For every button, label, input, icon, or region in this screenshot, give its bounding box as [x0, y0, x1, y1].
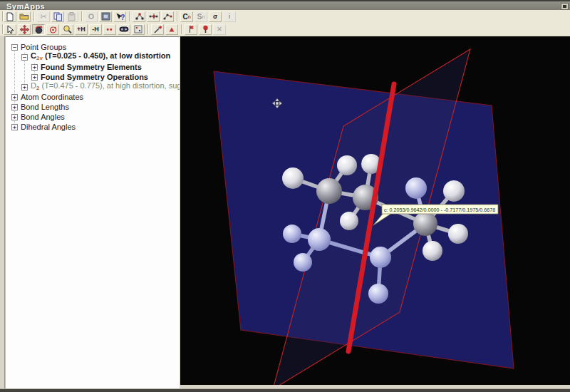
paste-button: [66, 11, 78, 22]
atom-white[interactable]: [448, 224, 468, 244]
tree-item-bond-lengths[interactable]: +Bond Lengths: [6, 102, 180, 112]
tree-item-label: Atom Coordinates: [21, 92, 83, 102]
open-file-button[interactable]: [18, 11, 31, 22]
toolbar-row-standard: ✂?CnSnσi: [0, 10, 570, 24]
pick-element-button[interactable]: [151, 24, 164, 35]
tree-expander-expand[interactable]: +: [11, 124, 18, 130]
tree-expander-expand[interactable]: +: [21, 84, 28, 91]
toolbar-separator: [179, 24, 184, 34]
show-labels-button[interactable]: [132, 24, 145, 35]
atom-lav[interactable]: [370, 247, 391, 268]
tree-expander-expand[interactable]: +: [31, 74, 38, 81]
atom-gray[interactable]: [413, 212, 437, 236]
atom-white[interactable]: [340, 212, 358, 230]
atom-lav[interactable]: [283, 225, 301, 243]
inversion-center-button: i: [223, 11, 236, 22]
tree-item-bond-angles[interactable]: +Bond Angles: [6, 112, 180, 122]
add-hydrogens-button[interactable]: +H: [75, 24, 88, 35]
toolbar-separator: [79, 11, 84, 21]
context-help-button[interactable]: ?: [113, 11, 126, 22]
sigma-plane-button[interactable]: σ: [209, 11, 222, 22]
tree-expander-expand[interactable]: +: [11, 114, 18, 120]
atom-white[interactable]: [423, 241, 442, 261]
window-restore-button[interactable]: [561, 3, 569, 10]
svg-text:?: ?: [120, 13, 125, 21]
tree-item-label: Bond Angles: [21, 112, 65, 122]
tree-expander-expand[interactable]: +: [11, 104, 18, 110]
toolbar-row-view: +H-H••✕: [0, 23, 570, 36]
remove-hydrogens-button[interactable]: -H: [89, 24, 102, 35]
toolbar-grip: [0, 11, 3, 21]
sn-axis-button: Sn: [195, 11, 207, 22]
atom-white[interactable]: [337, 155, 357, 175]
tree-expander-expand[interactable]: +: [11, 94, 18, 100]
main-content: −Point Groups−C2v (T=0.025 - 0.450), at …: [0, 36, 570, 388]
stop-animation-button: ✕: [213, 24, 226, 35]
show-axis-button[interactable]: [165, 24, 178, 35]
show-structure-button[interactable]: [133, 11, 145, 22]
atom-lav[interactable]: [405, 177, 427, 199]
tree-expander-expand[interactable]: +: [31, 64, 38, 71]
copy-button[interactable]: [51, 11, 64, 22]
show-bonds-button[interactable]: ••: [103, 24, 116, 35]
title-bar: SymApps: [0, 0, 570, 10]
results-tree: −Point Groups−C2v (T=0.025 - 0.450), at …: [6, 37, 180, 132]
rotate-3d-button[interactable]: [32, 24, 45, 35]
translate-button[interactable]: [18, 24, 31, 35]
tree-item-atom-coordinates[interactable]: +Atom Coordinates: [6, 92, 180, 102]
measure-dihedral-button[interactable]: [161, 11, 174, 22]
tree-item-c2v[interactable]: −C2v (T=0.025 - 0.450), at low distortio…: [6, 52, 180, 62]
window-left-frame: [0, 36, 5, 388]
toolbar-grip: [0, 24, 3, 34]
tree-item-label: Dihedral Angles: [21, 122, 76, 132]
tree-item-label: Bond Lengths: [21, 102, 69, 112]
tree-item-dihedral-angles[interactable]: +Dihedral Angles: [6, 122, 180, 132]
show-elements-button[interactable]: [185, 24, 197, 35]
export-image-button[interactable]: [99, 11, 112, 22]
cn-axis-button[interactable]: Cn: [180, 11, 193, 22]
toolbar-separator: [31, 11, 36, 21]
results-tree-panel: −Point Groups−C2v (T=0.025 - 0.450), at …: [5, 36, 180, 388]
rotate-z-button[interactable]: [46, 24, 59, 35]
cut-button: ✂: [37, 11, 50, 22]
tree-item-found-symmetry-elements[interactable]: +Found Symmetry Elements: [6, 62, 180, 72]
molecule-3d-viewport[interactable]: c: 0.2053/0.9642/0.0000 - -0.7177/0.1975…: [180, 36, 570, 385]
atom-lav[interactable]: [294, 253, 312, 272]
window-bottom-frame: [0, 388, 570, 392]
record-point-button: [85, 11, 98, 22]
atom-white[interactable]: [282, 167, 304, 189]
animate-operation-button[interactable]: [199, 24, 212, 35]
toolbar-separator: [127, 11, 132, 21]
stereo-view-button[interactable]: [118, 24, 130, 35]
tree-item-label: Found Symmetry Elements: [41, 62, 142, 72]
new-file-button[interactable]: [4, 11, 16, 22]
tree-expander-collapse[interactable]: −: [11, 44, 18, 51]
select-cursor-button[interactable]: [4, 24, 16, 35]
atom-lav[interactable]: [368, 284, 388, 304]
measure-angle-button[interactable]: [147, 11, 160, 22]
zoom-button[interactable]: [61, 24, 73, 35]
toolbar-separator: [175, 11, 180, 21]
symapps-window: SymApps ✂?CnSnσi +H-H••✕ −Point Groups−C…: [0, 0, 570, 392]
axis-tooltip-text: c: 0.2053/0.9642/0.0000 - -0.7177/0.1975…: [384, 207, 495, 213]
atom-lav[interactable]: [308, 228, 331, 251]
atom-white[interactable]: [443, 180, 465, 202]
atom-gray[interactable]: [316, 178, 342, 204]
toolbar-separator: [145, 24, 150, 34]
tree-expander-collapse[interactable]: −: [21, 54, 28, 61]
tree-item-d2[interactable]: +D2 (T=0.475 - 0.775), at high distortio…: [6, 82, 180, 92]
